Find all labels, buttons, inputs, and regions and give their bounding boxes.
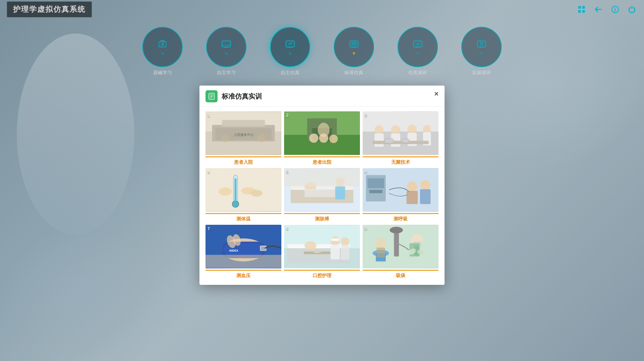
img-5-svg	[284, 168, 360, 212]
svg-point-126	[375, 238, 386, 248]
svg-rect-127	[376, 248, 385, 257]
grid-label-5: 测脉搏	[315, 216, 329, 222]
item-number-6: 6	[365, 169, 367, 174]
img-2-svg	[284, 111, 360, 155]
svg-point-61	[408, 124, 417, 134]
document-icon	[208, 93, 215, 100]
grid-label-4: 测体温	[236, 216, 250, 222]
grid-label-3: 无菌技术	[391, 159, 410, 165]
svg-point-67	[402, 139, 410, 143]
grid-image-2: 2	[284, 111, 360, 155]
svg-point-90	[420, 180, 430, 190]
svg-point-107	[331, 237, 340, 246]
svg-rect-58	[374, 134, 384, 147]
grid-item-huanzhe-ruyuan[interactable]: 1 入院服务中心	[205, 111, 281, 165]
grid-item-wujun-jishu[interactable]: 3	[363, 111, 439, 165]
svg-point-66	[384, 138, 394, 144]
grid-item-huanzhe-chuyuan[interactable]: 2 患者出院	[284, 111, 360, 165]
svg-rect-104	[287, 247, 350, 263]
svg-point-70	[232, 201, 239, 207]
modal-close-button[interactable]: ×	[434, 90, 439, 98]
svg-rect-89	[407, 191, 418, 204]
modal-image-grid: 1 入院服务中心	[199, 107, 445, 285]
modal-dialog: 标准仿真实训 × 1 入院服务中心	[199, 86, 445, 285]
grid-label-6: 测呼吸	[394, 216, 408, 222]
grid-image-3: 3	[363, 111, 439, 155]
grid-label-8: 口腔护理	[313, 273, 331, 279]
item-number-7: 7	[208, 226, 210, 231]
label-bar-1	[205, 156, 281, 157]
label-bar-7	[205, 270, 281, 271]
svg-rect-91	[420, 189, 430, 204]
svg-point-53	[329, 135, 338, 143]
grid-image-4: 4	[205, 168, 281, 212]
svg-point-74	[251, 190, 263, 197]
label-bar-6	[363, 213, 439, 214]
grid-label-9: 吸痰	[396, 273, 405, 279]
grid-item-kouqiang-huli[interactable]: 8	[284, 225, 360, 279]
svg-rect-44	[222, 120, 265, 127]
svg-point-51	[309, 134, 319, 143]
item-number-5: 5	[286, 169, 288, 174]
img-9-svg	[363, 225, 439, 268]
grid-image-6: 6	[363, 168, 439, 212]
grid-label-1: 患者入院	[234, 159, 253, 165]
label-bar-2	[284, 156, 360, 157]
item-number-9: 9	[365, 226, 367, 231]
grid-image-7: 7 INDEX	[205, 225, 281, 268]
grid-item-ce-tiwen[interactable]: 4	[205, 168, 281, 222]
svg-rect-105	[287, 244, 350, 248]
item-number-4: 4	[208, 169, 210, 174]
img-1-svg: 入院服务中心	[205, 111, 281, 155]
svg-rect-79	[305, 189, 337, 197]
grid-item-ce-maibo[interactable]: 5	[284, 168, 360, 222]
svg-rect-81	[335, 186, 345, 199]
label-bar-5	[284, 213, 360, 214]
grid-image-5: 5	[284, 168, 360, 212]
grid-image-9: 9	[363, 225, 439, 268]
img-8-svg	[284, 225, 360, 268]
grid-image-8: 8	[284, 225, 360, 268]
svg-rect-101	[205, 255, 281, 268]
label-bar-4	[205, 213, 281, 214]
svg-text:INDEX: INDEX	[229, 249, 238, 252]
img-6-svg	[363, 168, 439, 212]
svg-rect-108	[331, 245, 340, 259]
grid-item-ce-huxi[interactable]: 6	[363, 168, 439, 222]
label-bar-9	[363, 270, 439, 271]
grid-image-1: 1 入院服务中心	[205, 111, 281, 155]
modal-overlay: 标准仿真实训 × 1 入院服务中心	[0, 0, 644, 361]
svg-point-113	[313, 250, 321, 253]
svg-point-88	[407, 181, 417, 192]
svg-point-63	[423, 125, 431, 133]
svg-point-54	[318, 123, 329, 137]
item-number-3: 3	[365, 113, 367, 118]
grid-label-7: 测血压	[236, 273, 250, 279]
svg-point-119	[390, 227, 403, 234]
item-number-2: 2	[286, 113, 288, 118]
svg-point-72	[219, 188, 232, 196]
modal-title-text: 标准仿真实训	[222, 92, 439, 101]
svg-rect-71	[234, 178, 236, 202]
svg-rect-87	[369, 190, 382, 193]
svg-rect-86	[368, 178, 384, 188]
svg-rect-109	[331, 238, 339, 241]
svg-point-59	[391, 125, 401, 135]
img-3-svg	[363, 111, 439, 155]
item-number-1: 1	[208, 113, 210, 118]
svg-point-46	[258, 134, 266, 142]
svg-point-110	[341, 237, 350, 246]
svg-rect-111	[341, 245, 350, 260]
img-7-svg: INDEX	[205, 225, 281, 268]
label-bar-3	[363, 156, 439, 157]
label-bar-8	[284, 270, 360, 271]
svg-point-45	[221, 134, 229, 142]
svg-rect-65	[372, 141, 428, 144]
grid-item-xitan[interactable]: 9	[363, 225, 439, 279]
svg-rect-82	[284, 168, 360, 187]
svg-rect-98	[261, 247, 266, 250]
svg-point-57	[374, 125, 384, 135]
item-number-8: 8	[286, 226, 288, 231]
grid-item-ce-xueya[interactable]: 7 INDEX	[205, 225, 281, 279]
modal-header: 标准仿真实训 ×	[199, 86, 445, 107]
